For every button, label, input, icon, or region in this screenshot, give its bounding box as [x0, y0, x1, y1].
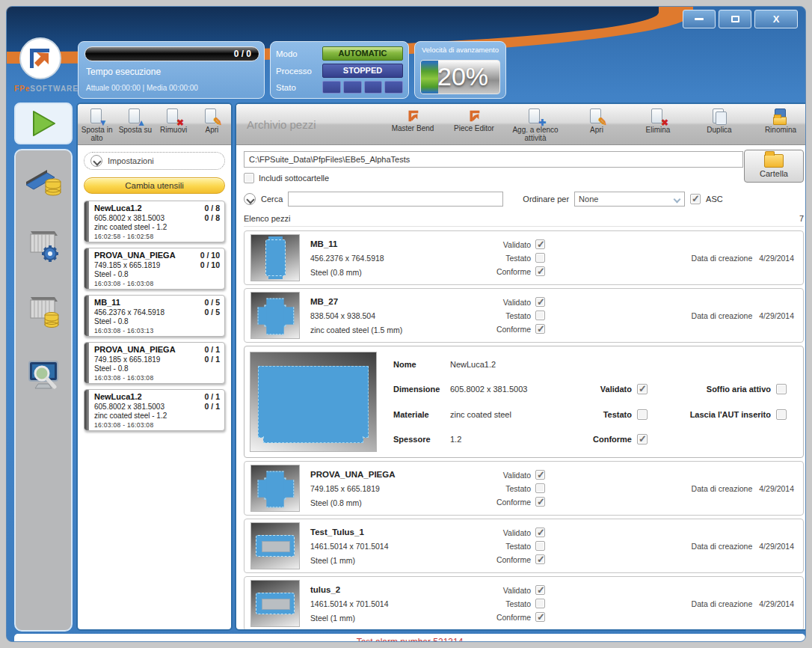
archive-title: Archivio pezzi: [236, 118, 382, 131]
include-subfolders-checkbox[interactable]: [244, 173, 254, 183]
piece-thumbnail: [250, 465, 300, 512]
conforming-label: Conforme: [496, 498, 531, 507]
conforming-checkbox[interactable]: [535, 266, 545, 276]
piece-row[interactable]: MB_27 838.504 x 938.504 zinc coated stee…: [244, 288, 804, 343]
chevron-down-icon[interactable]: [244, 193, 256, 205]
delete-icon: ✖: [649, 108, 667, 126]
settings-expander[interactable]: Impostazioni: [84, 152, 225, 170]
piece-thumbnail-large: [250, 352, 377, 452]
creation-date-label: Data di creazione: [692, 484, 753, 493]
folder-button[interactable]: Cartella: [744, 150, 804, 183]
piece-list: MB_11 456.2376 x 764.5918 Steel (0.8 mm)…: [244, 230, 804, 631]
queue-item[interactable]: PROVA_UNA_PIEGA0 / 10 / 1 749.185 x 665.…: [84, 342, 225, 384]
close-icon: X: [773, 13, 780, 25]
piece-dims: 749.185 x 665.1819: [310, 484, 451, 493]
conforming-checkbox[interactable]: [637, 434, 648, 444]
queue-item[interactable]: NewLuca1.20 / 10 / 1 605.8002 x 381.5003…: [84, 389, 225, 431]
machine-database-icon[interactable]: [23, 161, 64, 201]
validated-label: Validato: [503, 528, 531, 537]
app-logo: [19, 37, 62, 83]
queue-item-edge: [84, 343, 89, 383]
piece-editor-button[interactable]: Piece Editor: [443, 104, 505, 144]
tested-checkbox[interactable]: [535, 483, 545, 493]
folder-icon: [764, 154, 784, 168]
master-bend-button[interactable]: Master Bend: [382, 104, 443, 144]
validated-checkbox[interactable]: [535, 528, 545, 537]
search-input[interactable]: [288, 192, 503, 207]
tested-checkbox[interactable]: [535, 541, 545, 551]
remove-button[interactable]: ✖ Rimuovi: [155, 104, 193, 144]
queue-panel: ▼ Sposta in alto ▲ Sposta su ✖ Rimuovi ✎…: [76, 103, 233, 631]
creation-date-value: 4/29/2014: [759, 599, 794, 608]
queue-open-button[interactable]: ✎ Apri: [193, 104, 231, 144]
conforming-checkbox[interactable]: [535, 324, 545, 334]
queue-item-times: 16:03:08 - 16:03:08: [94, 421, 220, 429]
move-up-button[interactable]: ▲ Sposta su: [116, 104, 154, 144]
close-button[interactable]: X: [754, 10, 798, 28]
validated-checkbox[interactable]: [535, 585, 545, 595]
validated-label: Validato: [503, 240, 531, 249]
piece-row[interactable]: PROVA_UNA_PIEGA 749.185 x 665.1819 Steel…: [244, 461, 804, 516]
piece-thumbnail: [250, 234, 300, 281]
queue-item-counts: 0 / 10 / 1: [205, 345, 220, 364]
tools-setup-icon[interactable]: [23, 225, 64, 267]
validated-checkbox[interactable]: [637, 384, 648, 394]
queue-item[interactable]: NewLuca1.20 / 80 / 8 605.8002 x 381.5003…: [84, 201, 225, 242]
move-to-top-button[interactable]: ▼ Sposta in alto: [78, 104, 116, 144]
tested-checkbox[interactable]: [535, 311, 545, 320]
open-button[interactable]: ✎ Apri: [566, 104, 627, 144]
piece-row[interactable]: tulus_2 1461.5014 x 701.5014 Steel (1 mm…: [244, 576, 804, 631]
validated-checkbox[interactable]: [535, 239, 545, 249]
tools-database-icon[interactable]: [23, 291, 64, 333]
delete-button[interactable]: ✖ Elimina: [627, 104, 689, 144]
queue-item-times: 16:03:08 - 16:03:08: [94, 280, 220, 287]
change-tools-button[interactable]: Cambia utensili: [84, 177, 225, 194]
leave-aut-checkbox[interactable]: [776, 409, 787, 420]
machine-state-panel: Modo AUTOMATIC Processo STOPPED Stato: [270, 41, 409, 99]
window-controls: X: [683, 10, 798, 28]
minimize-button[interactable]: [683, 10, 716, 28]
conforming-checkbox[interactable]: [535, 554, 545, 564]
diagnostics-icon[interactable]: [23, 357, 64, 397]
selected-piece-detail[interactable]: Nome NewLuca1.2 Dimensione 605.8002 x 38…: [244, 346, 804, 458]
rename-button[interactable]: Rinomina: [750, 104, 806, 144]
creation-date-value: 4/29/2014: [759, 311, 794, 320]
alarm-text: Test alarm number 521314: [357, 637, 464, 643]
tested-checkbox[interactable]: [535, 253, 545, 263]
feed-speed-gauge-fill: [421, 61, 438, 94]
add-to-task-list-button[interactable]: ✚ Agg. a elenco attività: [505, 104, 566, 144]
order-by-select[interactable]: None: [574, 192, 685, 207]
validated-checkbox[interactable]: [535, 470, 545, 480]
maximize-button[interactable]: [719, 10, 751, 28]
piece-editor-label: Piece Editor: [454, 125, 494, 133]
move-to-top-icon: ▼: [88, 108, 106, 126]
piece-list-header: Elenco pezzi: [244, 214, 290, 223]
sidebar: [14, 149, 73, 632]
queue-item[interactable]: PROVA_UNA_PIEGA0 / 100 / 10 749.185 x 66…: [84, 248, 225, 290]
tested-checkbox[interactable]: [637, 409, 648, 420]
rename-icon: [772, 108, 790, 126]
validated-checkbox[interactable]: [535, 297, 545, 307]
tested-checkbox[interactable]: [535, 599, 545, 608]
air-blow-checkbox[interactable]: [776, 384, 787, 394]
feed-speed-gauge: 20%: [420, 60, 500, 94]
duplicate-button[interactable]: Duplica: [689, 104, 750, 144]
queue-item-counts: 0 / 80 / 8: [205, 204, 220, 222]
move-up-label: Sposta su: [119, 126, 152, 135]
feed-speed-label: Velocità di avanzamento: [415, 42, 505, 54]
start-button[interactable]: [14, 103, 73, 144]
conforming-checkbox[interactable]: [535, 612, 545, 622]
asc-checkbox[interactable]: [690, 194, 701, 204]
piece-row[interactable]: MB_11 456.2376 x 764.5918 Steel (0.8 mm)…: [244, 230, 804, 285]
queue-item-counts: 0 / 50 / 5: [205, 298, 220, 317]
add-to-task-list-label: Agg. a elenco attività: [505, 126, 566, 143]
folder-path-input[interactable]: [244, 151, 743, 168]
conforming-checkbox[interactable]: [535, 497, 545, 507]
maximize-icon: [731, 16, 739, 22]
execution-time-panel: 0 / 0 Tempo esecuzione Attuale 00:00:00 …: [78, 41, 265, 99]
piece-row[interactable]: Test_Tulus_1 1461.5014 x 701.5014 Steel …: [244, 519, 804, 573]
queue-item[interactable]: MB_110 / 50 / 5 456.2376 x 764.5918 Stee…: [84, 295, 225, 337]
validated-label: Validato: [503, 471, 531, 480]
creation-date-value: 4/29/2014: [759, 254, 794, 263]
brand-text: FPeSOFTWARE: [14, 85, 79, 93]
